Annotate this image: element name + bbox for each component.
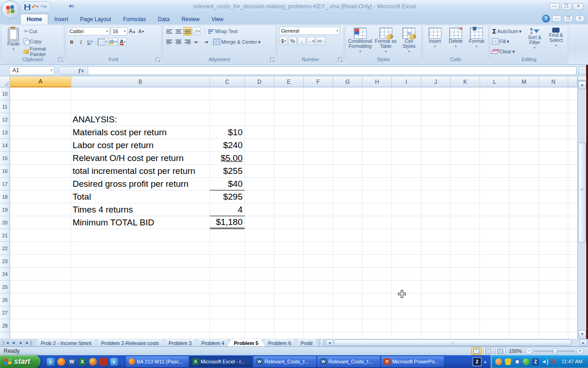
cell-I13[interactable]	[392, 126, 421, 139]
cell-M16[interactable]	[509, 165, 539, 178]
cell-N23[interactable]	[539, 255, 568, 268]
italic-button[interactable]: I	[77, 38, 85, 46]
taskbar-task-microsoft-excel-r[interactable]: XMicrosoft Excel - r...	[190, 356, 252, 367]
number-format-select[interactable]: General▾	[279, 27, 340, 35]
cell-M28[interactable]	[509, 319, 539, 332]
cell-H13[interactable]	[362, 126, 392, 139]
cell-F12[interactable]	[304, 113, 333, 126]
cell-M23[interactable]	[509, 255, 539, 268]
cell-G25[interactable]	[333, 281, 362, 293]
cell-D24[interactable]	[245, 268, 274, 281]
cell-B22[interactable]	[71, 242, 210, 255]
cell-I19[interactable]	[392, 203, 421, 216]
cell-B11[interactable]	[71, 100, 210, 113]
cell-L25[interactable]	[480, 281, 509, 293]
taskbar-task-relevant-costs-f[interactable]: WRelevant_Costs_f...	[317, 356, 380, 367]
cell-K27[interactable]	[451, 306, 480, 319]
taskbar-task-relevant-costs-f[interactable]: WRelevant_Costs_f...	[254, 356, 316, 367]
cell-D12[interactable]	[245, 113, 274, 126]
cell-F23[interactable]	[304, 255, 333, 268]
last-sheet-button[interactable]: ►❘	[25, 340, 33, 345]
cell-B27[interactable]	[71, 306, 210, 319]
cell-B28[interactable]	[71, 319, 210, 332]
column-header-l[interactable]: L	[480, 76, 509, 87]
align-middle-button[interactable]	[174, 27, 182, 35]
cell-D14[interactable]	[245, 139, 274, 152]
cell-M15[interactable]	[509, 152, 539, 165]
cell-E16[interactable]	[274, 165, 304, 178]
cell-A26[interactable]	[10, 293, 71, 306]
sheet-tab-prob-2-income-stmnt[interactable]: Prob 2 - Income Stmnt	[34, 339, 98, 346]
cell-D17[interactable]	[245, 178, 274, 190]
cell-K25[interactable]	[451, 281, 480, 293]
cell-A10[interactable]	[10, 87, 71, 100]
format-as-table-button[interactable]: Format as Table▾	[374, 27, 397, 56]
cell-E17[interactable]	[274, 178, 304, 190]
cell[interactable]	[451, 332, 480, 339]
cell[interactable]	[10, 332, 71, 339]
cell[interactable]	[274, 332, 304, 339]
zotero-icon[interactable]: Z	[532, 358, 539, 365]
cell-F26[interactable]	[304, 293, 333, 306]
cell-H15[interactable]	[362, 152, 392, 165]
row-header-23[interactable]: 23	[0, 255, 10, 268]
cell-L20[interactable]	[480, 216, 509, 229]
insert-cells-button[interactable]: ← Insert▾	[425, 27, 445, 56]
cell-C21[interactable]	[210, 229, 245, 242]
cell-G10[interactable]	[333, 87, 362, 100]
column-header-m[interactable]: M	[509, 76, 539, 87]
cell[interactable]	[568, 139, 577, 152]
cell-C22[interactable]	[210, 242, 245, 255]
cell-G23[interactable]	[333, 255, 362, 268]
percent-format-button[interactable]: %	[288, 37, 297, 45]
workbook-close-button[interactable]: ✕	[575, 16, 584, 22]
cell-A16[interactable]	[10, 165, 71, 178]
start-button[interactable]: start	[0, 355, 40, 368]
cell-F14[interactable]	[304, 139, 333, 152]
cell-G20[interactable]	[333, 216, 362, 229]
cell[interactable]	[568, 319, 577, 332]
cell-J11[interactable]	[421, 100, 451, 113]
wrap-text-button[interactable]: Wrap Text	[208, 27, 237, 36]
cell-K24[interactable]	[451, 268, 480, 281]
cell-D21[interactable]	[245, 229, 274, 242]
column-header-partial[interactable]	[568, 76, 577, 87]
conditional-formatting-button[interactable]: Conditional Formatting▾	[347, 27, 373, 56]
row-header-28[interactable]: 28	[0, 319, 10, 332]
formula-input[interactable]	[88, 66, 577, 75]
cell-A14[interactable]	[10, 139, 71, 152]
cell-M27[interactable]	[509, 306, 539, 319]
cell-A17[interactable]	[10, 178, 71, 190]
cell[interactable]	[568, 242, 577, 255]
cell-J23[interactable]	[421, 255, 451, 268]
cell-G19[interactable]	[333, 203, 362, 216]
cell-N25[interactable]	[539, 281, 568, 293]
cell[interactable]	[539, 332, 568, 339]
cell-J10[interactable]	[421, 87, 451, 100]
scroll-left-icon[interactable]: ◄	[326, 339, 333, 346]
page-layout-view-button[interactable]	[483, 347, 493, 355]
cell-E13[interactable]	[274, 126, 304, 139]
cell-C17[interactable]: $40	[210, 178, 245, 190]
cell-A19[interactable]	[10, 203, 71, 216]
cell-H26[interactable]	[362, 293, 392, 306]
settings-icon[interactable]: ✱	[514, 358, 520, 365]
cell-E28[interactable]	[274, 319, 304, 332]
scroll-right-icon[interactable]: ►	[580, 339, 587, 346]
format-painter-button[interactable]: Format Painter	[23, 47, 62, 56]
cell-F28[interactable]	[304, 319, 333, 332]
word-icon[interactable]: W	[68, 358, 76, 366]
cell-M26[interactable]	[509, 293, 539, 306]
zoom-slider-thumb[interactable]	[553, 348, 557, 355]
cut-button[interactable]: ✂Cut	[23, 27, 62, 36]
cell-I21[interactable]	[392, 229, 421, 242]
cell-N27[interactable]	[539, 306, 568, 319]
row-header-15[interactable]: 15	[0, 152, 10, 165]
cell-G12[interactable]	[333, 113, 362, 126]
column-header-g[interactable]: G	[333, 76, 362, 87]
cell-H17[interactable]	[362, 178, 392, 190]
cell[interactable]	[568, 281, 577, 293]
cell[interactable]	[568, 126, 577, 139]
cell-C16[interactable]: $255	[210, 165, 245, 178]
cell-C24[interactable]	[210, 268, 245, 281]
